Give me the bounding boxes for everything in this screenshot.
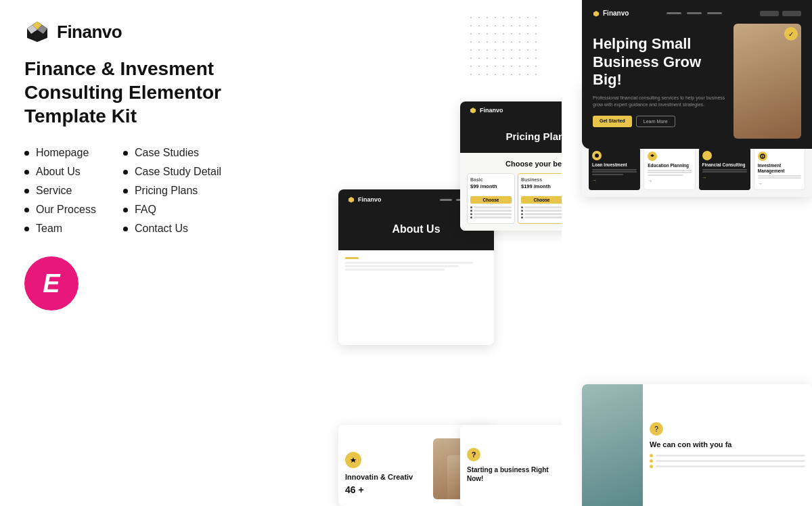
list-item-faq[interactable]: FAQ — [123, 204, 221, 216]
svg-marker-2 — [470, 108, 476, 114]
investment-desc — [758, 175, 801, 179]
pricing-preview-nav: Finanvo — [460, 101, 562, 119]
bullet-icon — [123, 189, 128, 193]
svg-rect-8 — [706, 154, 708, 158]
bullet-icon — [123, 227, 128, 231]
finanvo-logo-icon — [24, 19, 50, 45]
desc-line — [648, 170, 691, 171]
we-can-line — [650, 454, 805, 457]
innovative-stats: 46 + — [345, 484, 428, 495]
bullet-icon — [123, 170, 128, 175]
pricing-preview-logo-text: Finanvo — [480, 107, 503, 114]
svg-rect-7 — [705, 156, 706, 158]
service-card-loan: Loan Investment → — [589, 147, 640, 190]
dark-hero-content: Helping Small Business Grow Big! Profess… — [593, 24, 801, 139]
coin-icon — [594, 153, 600, 158]
education-desc — [648, 170, 691, 176]
logo-row: Finanvo — [24, 19, 300, 45]
question-icon: ? — [467, 448, 480, 461]
service-card-investment: Investment Management → — [754, 147, 805, 190]
stat-number: 46 — [345, 484, 356, 495]
arrow-icon: → — [648, 179, 691, 183]
we-can-lines — [650, 454, 805, 468]
feature-line — [470, 216, 512, 218]
list-item-team[interactable]: Team — [24, 223, 96, 235]
innovative-title: Innovatin & Creativ — [345, 472, 428, 482]
line-dot — [650, 459, 653, 463]
business-btn[interactable]: Choose — [521, 196, 562, 204]
innovative-icon — [345, 452, 361, 468]
dark-logo-icon — [593, 10, 600, 17]
dark-logo: Finanvo — [593, 9, 629, 17]
feature-line — [470, 213, 512, 215]
we-can-text: ? We can con with you fa — [643, 384, 812, 506]
desc-line — [592, 169, 637, 170]
service-card-education: Education Planning → — [644, 147, 695, 190]
we-can-card: ? We can con with you fa — [582, 384, 812, 506]
pricing-preview-hero: Pricing Plans — [460, 119, 562, 153]
dark-hero-subtext: Professional financial consulting servic… — [593, 95, 727, 109]
dark-hero-text: Helping Small Business Grow Big! Profess… — [593, 24, 727, 139]
feature-line — [470, 206, 512, 208]
list-label-team: Team — [36, 223, 62, 235]
nav-link — [687, 12, 702, 14]
feature-line — [521, 206, 562, 208]
dark-hero-heading: Helping Small Business Grow Big! — [593, 35, 727, 89]
bullet-icon — [24, 208, 29, 212]
financial-desc — [702, 169, 747, 173]
tagline: Finance & Invesment Consulting Elementor… — [24, 57, 275, 128]
dot-pattern — [467, 14, 541, 81]
svg-rect-9 — [708, 155, 709, 158]
loan-icon — [592, 151, 602, 160]
line-bar — [656, 460, 805, 462]
education-title: Education Planning — [648, 163, 691, 168]
feature-line — [521, 210, 562, 212]
business-header: Business — [521, 177, 562, 182]
list-item-about-us[interactable]: About Us — [24, 166, 96, 178]
we-can-icon: ? — [650, 422, 663, 436]
list-item-contact-us[interactable]: Contact Us — [123, 223, 221, 235]
elementor-logo: E — [43, 271, 60, 296]
preview-logo-text: Finanvo — [358, 196, 382, 203]
preview-logo: Finanvo — [348, 196, 382, 203]
line-dot — [650, 454, 653, 457]
bullet-icon — [24, 151, 29, 156]
list-label-homepage: Homepage — [36, 147, 89, 159]
primary-action-btn[interactable]: Get Started — [593, 116, 632, 127]
list-item-homepage[interactable]: Homepage — [24, 147, 96, 159]
desc-line — [758, 177, 801, 179]
we-can-line — [650, 465, 805, 468]
bullet-icon — [24, 227, 29, 231]
list-item-case-studies[interactable]: Case Studies — [123, 147, 221, 159]
svg-marker-0 — [348, 197, 354, 203]
hero-person-image — [734, 24, 801, 139]
feature-line — [470, 210, 512, 212]
list-item-our-process[interactable]: Our Process — [24, 204, 96, 216]
we-can-line — [650, 459, 805, 463]
we-can-person-image — [582, 384, 643, 506]
features-lists: Homepage About Us Service Our Process Te… — [24, 147, 300, 235]
hero-btn — [782, 11, 801, 16]
service-card-financial: Financial Consulting → — [699, 147, 750, 190]
feature-line — [521, 216, 562, 218]
secondary-action-btn[interactable]: Learn More — [636, 116, 675, 127]
list-label-case-study-detail: Case Study Detail — [135, 166, 221, 178]
we-can-title: We can con with you fa — [650, 440, 805, 449]
business-price: $199 /month — [521, 183, 562, 189]
desc-line — [592, 171, 637, 172]
svg-marker-1 — [351, 457, 357, 463]
dark-hero-action-btns: Get Started Learn More — [593, 116, 727, 127]
pricing-choose-text: Choose your best. — [467, 160, 562, 168]
star-icon — [350, 457, 357, 463]
pricing-columns: Basic $99 /month Choose Business $199 /m… — [467, 173, 562, 224]
chart-icon — [704, 153, 710, 158]
list-item-service[interactable]: Service — [24, 185, 96, 197]
features-col-1: Homepage About Us Service Our Process Te… — [24, 147, 96, 235]
pricing-preview-logo: Finanvo — [470, 107, 503, 114]
loan-desc — [592, 169, 637, 175]
pricing-preview-body: Choose your best. Basic $99 /month Choos… — [460, 153, 562, 231]
loan-title: Loan Investment — [592, 162, 637, 168]
basic-btn[interactable]: Choose — [470, 196, 512, 204]
list-item-case-study-detail[interactable]: Case Study Detail — [123, 166, 221, 178]
list-item-pricing-plans[interactable]: Pricing Plans — [123, 185, 221, 197]
